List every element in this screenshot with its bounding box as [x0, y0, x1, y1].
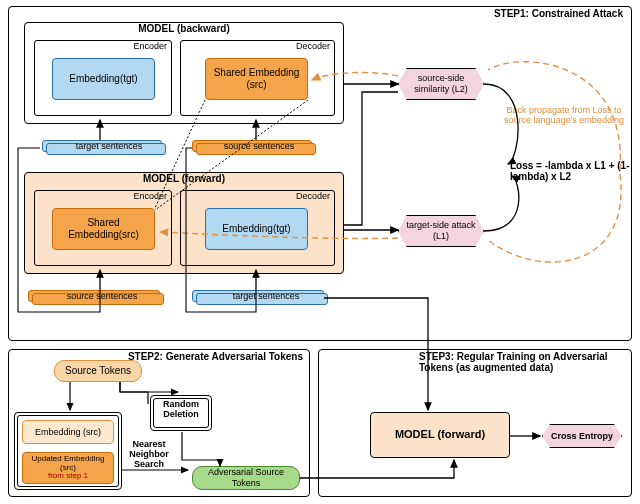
- step2-embedding-src: Embedding (src): [22, 420, 114, 444]
- source-tokens: Source Tokens: [54, 360, 142, 382]
- loss-formula: Loss = -lambda x L1 + (1-lambda) x L2: [510, 160, 630, 182]
- cross-entropy: Cross Entropy: [542, 424, 622, 448]
- step2-title: STEP2: Generate Adversarial Tokens: [125, 347, 305, 362]
- backward-shared-emb-src: Shared Embedding (src): [205, 58, 308, 100]
- forward-source-sentences: source sentences: [28, 290, 168, 306]
- backward-encoder-label: Encoder: [133, 39, 167, 51]
- step2-updated-embedding: Updated Embedding (src) from step 1: [22, 452, 114, 484]
- adversarial-source-tokens: Adversarial Source Tokens: [192, 466, 300, 490]
- backward-source-sentences: source sentences: [192, 140, 318, 156]
- step1-title: STEP1: Constrained Attack: [492, 4, 625, 19]
- forward-shared-emb-src: Shared Embedding(src): [52, 208, 155, 250]
- random-deletion: Random Deletion: [150, 400, 212, 420]
- backward-embedding-tgt: Embedding(tgt): [52, 58, 155, 100]
- model-forward-label: MODEL (forward): [25, 171, 343, 184]
- nearest-neighbor-search: Nearest Neighbor Search: [118, 440, 180, 470]
- backward-target-sentences: target sentences: [42, 140, 168, 156]
- source-side-similarity: source-side similarity (L2): [398, 68, 484, 100]
- forward-target-sentences: target sentences: [192, 290, 332, 306]
- model-backward-label: MODEL (backward): [25, 21, 343, 34]
- forward-embedding-tgt: Embedding(tgt): [205, 208, 308, 250]
- target-side-attack: target-side attack (L1): [398, 215, 484, 247]
- step3-model-forward: MODEL (forward): [370, 412, 510, 458]
- forward-encoder-label: Encoder: [133, 189, 167, 201]
- forward-decoder-label: Decoder: [296, 189, 330, 201]
- backward-decoder-label: Decoder: [296, 39, 330, 51]
- backprop-note: Back propagate from Loss to source langu…: [498, 106, 630, 126]
- step3-title: STEP3: Regular Training on Adversarial T…: [417, 347, 627, 373]
